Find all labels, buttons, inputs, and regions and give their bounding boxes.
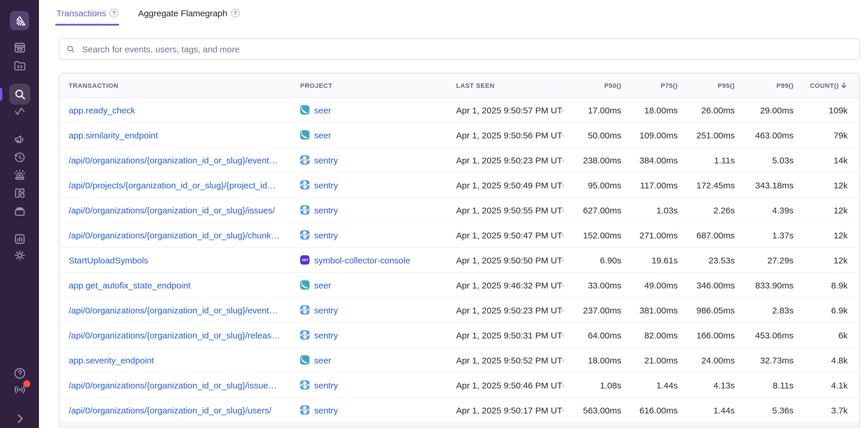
p50-value: 17.00ms [563, 105, 621, 115]
sidebar-item-dashboards[interactable] [12, 232, 27, 246]
clock-history-icon [12, 151, 27, 165]
chevron-right-icon [12, 412, 27, 426]
count-value: 6k [794, 330, 859, 340]
sidebar-item-issues[interactable] [12, 41, 27, 55]
transaction-link[interactable]: /api/0/organizations/{organization_id_or… [69, 205, 275, 215]
search-input[interactable] [81, 44, 852, 55]
transaction-link[interactable]: StartUploadSymbols [69, 255, 148, 265]
traces-zigzag-icon [12, 105, 27, 119]
p75-value: 117.00ms [621, 180, 678, 190]
column-header-p75[interactable]: P75() [621, 82, 678, 89]
project-platform-icon [300, 305, 310, 315]
project-link[interactable]: seer [314, 280, 331, 290]
transaction-link[interactable]: /api/0/organizations/{organization_id_or… [69, 330, 280, 340]
project-link[interactable]: seer [314, 130, 331, 140]
project-link[interactable]: sentry [314, 205, 338, 215]
project-link[interactable]: sentry [314, 305, 338, 315]
project-link[interactable]: sentry [314, 330, 338, 340]
search-bar[interactable] [59, 38, 860, 60]
project-link[interactable]: sentry [314, 155, 338, 165]
transaction-link[interactable]: app.get_autofix_state_endpoint [69, 280, 190, 290]
project-link[interactable]: sentry [314, 380, 338, 390]
column-header-last-seen[interactable]: Last Seen [450, 82, 563, 89]
p50-value: 64.00ms [563, 330, 621, 340]
project-link[interactable]: seer [314, 105, 331, 115]
sidebar-item-insights[interactable] [12, 186, 27, 200]
table-body: app.ready_check seer Apr 1, 2025 9:50:57… [59, 98, 859, 423]
column-header-p99[interactable]: P99() [735, 82, 794, 89]
last-seen-value: Apr 1, 2025 9:50:52 PM UTC [450, 355, 563, 365]
sidebar-item-explore[interactable] [9, 84, 30, 105]
last-seen-value: Apr 1, 2025 9:46:32 PM UTC [450, 280, 563, 290]
p75-value: 49.00ms [621, 280, 678, 290]
p95-value: 1.11s [678, 155, 735, 165]
project-link[interactable]: sentry [314, 230, 338, 240]
project-platform-icon [300, 405, 310, 415]
transaction-link[interactable]: /api/0/organizations/{organization_id_or… [69, 405, 271, 415]
help-circle-icon[interactable]: ? [110, 9, 118, 18]
p75-value: 18.00ms [621, 105, 678, 115]
transaction-link[interactable]: /api/0/projects/{organization_id_or_slug… [69, 180, 276, 190]
sidebar-item-traces[interactable] [12, 105, 27, 119]
transactions-table: Transaction Project Last Seen P50() P75(… [59, 73, 860, 428]
briefcase-icon [12, 204, 27, 218]
count-value: 12k [794, 205, 859, 215]
count-value: 12k [794, 180, 859, 190]
table-row: /api/0/projects/{organization_id_or_slug… [59, 173, 859, 198]
sidebar-item-releases[interactable] [12, 151, 27, 165]
p99-value: 8.11s [735, 380, 794, 390]
sentry-logo[interactable] [10, 11, 29, 30]
p95-value: 986.05ms [678, 305, 735, 315]
tab-bar: Transactions ? Aggregate Flamegraph ? [55, 7, 860, 27]
p95-value: 251.00ms [678, 130, 735, 140]
sidebar-item-stats[interactable] [12, 204, 27, 218]
sidebar-item-alerts[interactable] [12, 168, 27, 182]
column-header-transaction[interactable]: Transaction [59, 82, 294, 89]
help-circle-icon[interactable]: ? [231, 9, 240, 18]
p99-value: 5.03s [735, 155, 794, 165]
column-header-p95[interactable]: P95() [678, 82, 735, 89]
last-seen-value: Apr 1, 2025 9:50:47 PM UTC [450, 230, 563, 240]
p75-value: 616.00ms [621, 405, 678, 415]
sidebar-item-whats-new[interactable] [12, 383, 27, 397]
p99-value: 4.39s [735, 205, 794, 215]
last-seen-value: Apr 1, 2025 9:50:49 PM UTC [450, 180, 563, 190]
p95-value: 172.45ms [678, 180, 735, 190]
sidebar-collapse-button[interactable] [12, 412, 27, 426]
transaction-link[interactable]: /api/0/organizations/{organization_id_or… [69, 155, 278, 165]
issues-icon [12, 41, 27, 55]
tab-transactions[interactable]: Transactions ? [55, 7, 120, 26]
sidebar-item-feedback[interactable] [12, 133, 27, 146]
sidebar-item-help[interactable] [12, 366, 27, 380]
transaction-link[interactable]: app.severity_endpoint [69, 355, 154, 365]
last-seen-value: Apr 1, 2025 9:50:56 PM UTC [450, 130, 563, 140]
sidebar-item-projects[interactable] [12, 59, 27, 73]
column-header-project[interactable]: Project [294, 82, 450, 89]
p50-value: 50.00ms [563, 130, 621, 140]
last-seen-value: Apr 1, 2025 9:50:31 PM UTC [450, 330, 563, 340]
p99-value: 453.06ms [735, 330, 794, 340]
p99-value: 2.83s [735, 305, 794, 315]
transaction-link[interactable]: /api/0/organizations/{organization_id_or… [69, 230, 280, 240]
project-link[interactable]: symbol-collector-console [314, 255, 410, 265]
transaction-link[interactable]: app.similarity_endpoint [69, 130, 158, 140]
project-link[interactable]: sentry [314, 180, 338, 190]
p95-value: 346.00ms [678, 280, 735, 290]
tab-aggregate-flamegraph[interactable]: Aggregate Flamegraph ? [137, 7, 241, 26]
project-platform-icon [300, 330, 310, 340]
column-header-p50[interactable]: P50() [563, 82, 621, 89]
table-row: app.get_autofix_state_endpoint seer Apr … [59, 273, 859, 298]
project-platform-icon [300, 180, 310, 190]
transaction-link[interactable]: /api/0/organizations/{organization_id_or… [69, 305, 278, 315]
project-link[interactable]: seer [314, 355, 331, 365]
transaction-link[interactable]: /api/0/organizations/{organization_id_or… [69, 380, 277, 390]
p75-value: 82.00ms [621, 330, 678, 340]
p99-value: 343.18ms [735, 180, 794, 190]
sidebar-item-settings[interactable] [12, 248, 27, 262]
project-link[interactable]: sentry [314, 405, 338, 415]
project-platform-icon [300, 380, 310, 390]
column-header-count[interactable]: COUNT() [794, 81, 859, 89]
p95-value: 166.00ms [678, 330, 735, 340]
transaction-link[interactable]: app.ready_check [69, 105, 135, 115]
project-platform-icon [300, 230, 310, 239]
